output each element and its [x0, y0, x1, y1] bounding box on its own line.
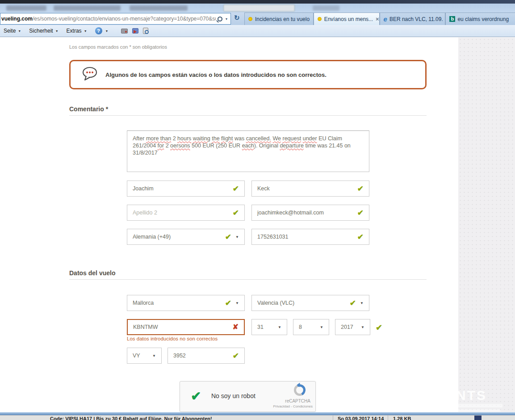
chevron-down-icon: ▼	[235, 235, 239, 239]
chevron-down-icon: ▼	[152, 354, 156, 358]
menu-extras[interactable]: Extras ▼	[67, 28, 87, 34]
tab-label: BER nach VLC, 11.09.	[389, 16, 443, 22]
validation-alert: Algunos de los campos están vacíos o los…	[69, 60, 427, 89]
window-titlebar	[0, 4, 515, 13]
menu-sicherheit[interactable]: Sicherheit ▼	[29, 28, 58, 34]
last-name-field[interactable]: Keck ✔	[251, 181, 369, 197]
clipboard-search-icon[interactable]	[143, 28, 148, 34]
blurred-search-box	[223, 4, 295, 12]
window-top-edge	[0, 0, 515, 4]
menu-help[interactable]: ? ▼	[95, 27, 109, 34]
url-dropdown-caret-icon[interactable]: ▾	[226, 17, 227, 21]
invalid-cross-icon: ✘	[233, 323, 239, 331]
command-bar: Seite ▼ Sicherheit ▼ Extras ▼ ? ▼	[0, 25, 515, 37]
valid-check-icon: ✔	[225, 233, 231, 241]
recaptcha-widget: ✔ No soy un robot reCAPTCHA Privacidad -…	[180, 381, 316, 412]
tab-bar: Incidencias en tu vuelo Envíanos un mens…	[244, 13, 515, 25]
watermark-text: AINTS	[440, 388, 487, 403]
recaptcha-check-icon[interactable]: ✔	[191, 389, 201, 403]
email-size: 1,28 KB	[393, 416, 411, 420]
chevron-down-icon: ▼	[361, 325, 364, 329]
chevron-down-icon: ▼	[84, 29, 87, 33]
year-select[interactable]: 2017 ▼	[335, 319, 370, 335]
section-divider	[69, 115, 427, 116]
speech-bubble-icon	[81, 66, 98, 83]
ie-favicon-icon: e	[384, 15, 387, 23]
tab-label: Incidencias en tu vuelo	[255, 16, 310, 22]
flight-number-field[interactable]: 3952 ✔	[167, 348, 245, 364]
booking-code-error: Los datos introducidos no son correctos	[127, 336, 218, 341]
column-divider	[333, 416, 333, 420]
valid-check-icon: ✔	[357, 185, 364, 193]
send-page-icon[interactable]	[132, 28, 138, 34]
booking-code-field[interactable]: KBNTMW ✘	[127, 319, 245, 335]
url-domain: vueling.com	[1, 16, 33, 22]
tab-eu-claims[interactable]: b eu claims verordnung	[445, 13, 515, 25]
section-divider	[69, 279, 427, 280]
address-bar[interactable]: vueling.com /es/somos-vueling/contacto/e…	[0, 13, 231, 25]
recaptcha-logo-icon	[293, 383, 307, 398]
valid-check-icon: ✔	[233, 352, 239, 360]
valid-check-icon: ✔	[357, 233, 364, 241]
tab-label: Envíanos un mens...	[324, 16, 373, 22]
last-name2-field[interactable]: Apellido 2 ✔	[127, 205, 245, 221]
day-select[interactable]: 31 ▼	[251, 319, 287, 335]
refresh-icon[interactable]: ↻	[234, 14, 240, 22]
email-subject: Code: VIPSLHA17 | Bis zu 30 € Rabatt auf…	[50, 416, 212, 420]
email-field[interactable]: joachimkeck@hotmail.com ✔	[251, 205, 369, 221]
menu-seite[interactable]: Seite ▼	[4, 28, 21, 34]
chevron-down-icon: ▼	[18, 29, 21, 33]
page-background-strip	[458, 38, 515, 412]
address-tab-row: vueling.com /es/somos-vueling/contacto/e…	[0, 13, 515, 25]
print-icon[interactable]	[121, 29, 128, 34]
page-content: Los campos marcados con * son obligatori…	[0, 38, 515, 412]
alert-message: Algunos de los campos están vacíos o los…	[105, 71, 327, 78]
country-code-select[interactable]: Alemania (+49) ✔ ▼	[127, 229, 245, 245]
airline-code-select[interactable]: VY ▼	[127, 348, 162, 364]
background-email-row[interactable]: Code: VIPSLHA17 | Bis zu 30 € Rabatt auf…	[0, 415, 515, 420]
bing-favicon-icon: b	[449, 16, 455, 22]
comment-textarea[interactable]: After more than 2 hours waiting the flig…	[127, 130, 369, 172]
chevron-down-icon: ▼	[105, 29, 109, 33]
first-name-field[interactable]: Joachim ✔	[127, 181, 245, 197]
blurred-title-text	[6, 5, 46, 11]
chevron-down-icon: ▼	[320, 325, 323, 329]
recaptcha-label: No soy un robot	[211, 392, 255, 399]
url-path: /es/somos-vueling/contacto/envianos-un-m…	[33, 16, 216, 22]
month-select[interactable]: 8 ▼	[293, 319, 329, 335]
tab-incidencias[interactable]: Incidencias en tu vuelo	[244, 13, 314, 25]
help-icon: ?	[95, 27, 102, 34]
destination-select[interactable]: Valencia (VLC) ✔ ▼	[251, 295, 369, 311]
origin-select[interactable]: Mallorca ✔ ▼	[127, 295, 245, 311]
tab-label: eu claims verordnung	[457, 16, 509, 22]
phone-field[interactable]: 1752631031 ✔	[251, 229, 369, 245]
window-bottom-edge	[0, 412, 515, 415]
required-fields-note: Los campos marcados con * son obligatori…	[69, 44, 167, 50]
taskbar-fragment	[474, 416, 482, 420]
blurred-title-text	[313, 5, 339, 11]
chevron-down-icon: ▼	[55, 29, 59, 33]
blurred-title-text	[54, 5, 121, 11]
tab-ber-vlc[interactable]: e BER nach VLC, 11.09.	[380, 13, 446, 25]
valid-check-icon: ✔	[233, 209, 239, 217]
vueling-favicon-icon	[248, 17, 252, 21]
valid-check-icon: ✔	[350, 299, 356, 307]
watermark-subline	[442, 404, 502, 407]
email-date: So 03.09.2017 14:14	[338, 416, 384, 420]
tab-close-icon[interactable]: ×	[373, 16, 379, 22]
recaptcha-privacy-links[interactable]: Privacidad - Condiciones	[273, 404, 313, 408]
browser-window: vueling.com /es/somos-vueling/contacto/e…	[0, 0, 515, 420]
valid-check-icon: ✔	[225, 299, 231, 307]
date-valid-check-icon: ✔	[376, 323, 382, 332]
valid-check-icon: ✔	[233, 185, 239, 193]
flight-section-heading: Datos del vuelo	[69, 269, 115, 277]
comment-section-heading: Comentario *	[69, 105, 108, 113]
column-divider	[388, 416, 388, 420]
search-icon[interactable]	[218, 17, 222, 21]
blurred-title-text	[130, 5, 188, 11]
vueling-favicon-icon	[318, 17, 322, 21]
recaptcha-brand: reCAPTCHA	[285, 399, 310, 403]
valid-check-icon: ✔	[357, 209, 364, 217]
chevron-down-icon: ▼	[360, 301, 364, 305]
tab-envianos-active[interactable]: Envíanos un mens... ×	[314, 13, 380, 25]
